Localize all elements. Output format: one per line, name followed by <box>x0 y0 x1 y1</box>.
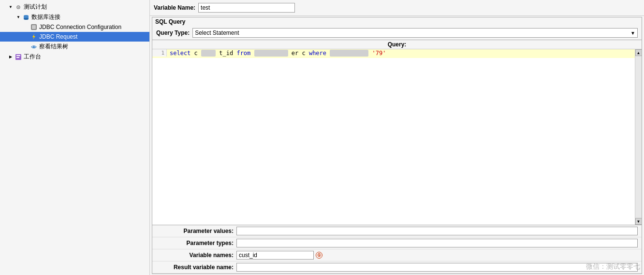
sidebar-item-workbench[interactable]: ▶ 工作台 <box>0 52 149 62</box>
sidebar-item-db-connect[interactable]: ▼ 数据库连接 <box>0 12 149 22</box>
jdbc-config-arrow <box>23 24 29 30</box>
query-type-select[interactable]: Select Statement ▼ <box>192 28 638 38</box>
svg-point-8 <box>33 46 35 48</box>
alias: er c <box>292 50 309 57</box>
svg-point-1 <box>18 6 19 7</box>
param-types-row: Parameter types: <box>152 237 642 249</box>
jdbc-config-icon <box>30 23 38 31</box>
scroll-track <box>635 56 642 218</box>
sidebar-item-label-jdbc-request: JDBC Request <box>39 33 77 40</box>
query-type-value: Select Statement <box>195 29 630 36</box>
workbench-arrow: ▶ <box>8 54 14 60</box>
variable-name-input[interactable] <box>198 3 295 13</box>
bolt-icon <box>30 33 38 41</box>
param-types-input[interactable] <box>236 239 638 247</box>
svg-rect-6 <box>32 25 36 29</box>
query-type-label: Query Type: <box>156 29 190 36</box>
code-line-6 <box>152 93 635 101</box>
svg-marker-7 <box>32 34 35 40</box>
code-line-9 <box>152 119 635 128</box>
svg-point-4 <box>24 18 29 20</box>
kw-where: where <box>309 50 326 57</box>
scroll-up-btn[interactable]: ▲ <box>635 49 642 56</box>
sidebar-item-jdbc-request[interactable]: JDBC Request <box>0 32 149 42</box>
sidebar-item-label-jdbc-config: JDBC Connection Configuration <box>39 24 121 30</box>
db-icon <box>22 14 30 21</box>
query-editor-wrapper: Query: 1 select c t_id <box>152 40 642 225</box>
code-line-5 <box>152 84 635 93</box>
svg-rect-11 <box>16 57 19 58</box>
workbench-icon <box>15 53 22 61</box>
code-line-13 <box>152 154 635 162</box>
scroll-down-btn[interactable]: ▼ <box>635 218 642 225</box>
t-id: t_id <box>219 50 236 57</box>
result-variable-input[interactable] <box>236 263 638 272</box>
code-area: 1 select c t_id from er c wher <box>152 49 642 225</box>
svg-rect-10 <box>16 55 20 56</box>
sidebar-item-label-root: 测试计划 <box>24 3 47 11</box>
sql-query-label: SQL Query <box>155 18 185 25</box>
gear-icon <box>15 3 22 11</box>
code-line-8 <box>152 110 635 119</box>
result-variable-row: Result variable name: <box>152 261 642 274</box>
sql-section-header: SQL Query <box>152 17 642 26</box>
main-content: Variable Name: SQL Query Query Type: Sel… <box>150 0 644 275</box>
code-line-15 <box>152 171 635 180</box>
vertical-scrollbar[interactable]: ▲ ▼ <box>635 49 642 225</box>
db-connect-arrow: ▼ <box>15 14 21 20</box>
dropdown-arrow-icon: ▼ <box>630 30 635 36</box>
variable-names-input[interactable] <box>236 251 314 260</box>
result-variable-label: Result variable name: <box>156 264 234 271</box>
sidebar-item-label-db: 数据库连接 <box>31 13 60 21</box>
sidebar-item-jdbc-config[interactable]: JDBC Connection Configuration <box>0 22 149 32</box>
code-editor[interactable]: 1 select c t_id from er c wher <box>152 49 635 225</box>
params-section: Parameter values: Parameter types: Varia… <box>152 225 642 274</box>
param-types-label: Parameter types: <box>156 240 234 246</box>
code-line-3 <box>152 67 635 75</box>
code-line-14 <box>152 162 635 171</box>
sidebar-item-result-tree[interactable]: 察看结果树 <box>0 42 149 52</box>
blurred-3 <box>330 50 368 57</box>
variable-name-row: Variable Name: <box>150 0 644 16</box>
blurred-1 <box>201 50 216 57</box>
space1: c <box>194 50 198 57</box>
eye-icon <box>30 43 38 51</box>
result-tree-arrow <box>23 44 29 50</box>
sql-string-value: '79' <box>372 50 386 57</box>
sidebar-item-root[interactable]: ▼ 测试计划 <box>0 2 149 12</box>
param-values-label: Parameter values: <box>156 228 234 234</box>
kw-from: from <box>236 50 250 57</box>
code-line-12 <box>152 145 635 154</box>
variable-names-row: Variable names: ① <box>152 249 642 261</box>
query-header-label: Query: <box>388 41 407 48</box>
sidebar: ▼ 测试计划 ▼ 数据库连接 JDBC Conn <box>0 0 150 275</box>
query-header: Query: <box>152 40 642 49</box>
jdbc-request-arrow <box>23 34 29 40</box>
arrow-icon: ▼ <box>8 4 14 10</box>
line-content-1: select c t_id from er c where <box>167 49 635 57</box>
param-values-row: Parameter values: <box>152 225 642 237</box>
info-icon: ① <box>316 252 322 259</box>
code-line-11 <box>152 136 635 145</box>
line-number-1: 1 <box>152 49 167 57</box>
blurred-2 <box>254 50 288 57</box>
code-line-1: 1 select c t_id from er c wher <box>152 49 635 58</box>
code-line-2 <box>152 58 635 67</box>
query-type-row: Query Type: Select Statement ▼ <box>152 26 642 40</box>
sidebar-item-label-result-tree: 察看结果树 <box>39 43 68 51</box>
code-line-7 <box>152 101 635 110</box>
param-values-input[interactable] <box>236 227 638 235</box>
code-line-4 <box>152 75 635 84</box>
sidebar-item-label-workbench: 工作台 <box>24 53 41 61</box>
variable-names-label: Variable names: <box>156 252 234 259</box>
variable-name-label: Variable Name: <box>154 4 195 11</box>
kw-select: select <box>170 50 190 57</box>
code-line-10 <box>152 128 635 136</box>
